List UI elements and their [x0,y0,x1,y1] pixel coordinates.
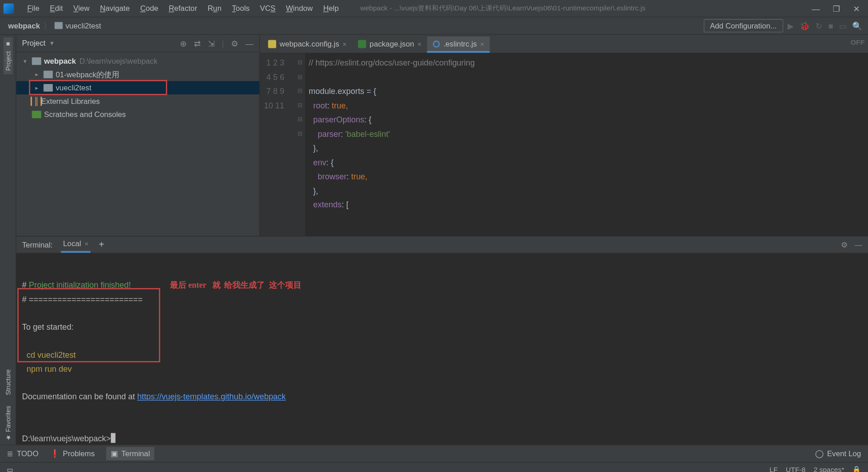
eslint-icon [433,40,440,47]
terminal-tab-local[interactable]: Local× [61,237,90,253]
js-icon [268,40,276,48]
folder-icon [43,84,53,92]
terminal-output[interactable]: # Project initialization finished! 最后 en… [16,253,868,472]
json-icon [358,40,366,48]
sidebar-tab-project[interactable]: Project ■ [3,37,13,75]
title-bar: File Edit View Navigate Code Refactor Ru… [0,0,868,18]
search-icon[interactable]: 🔍 [852,21,862,31]
line-gutter: 1 2 3 4 5 6 7 8 9 10 11 [260,53,295,236]
menu-view[interactable]: View [68,4,95,13]
tab-webpack-config[interactable]: webpack.config.js× [262,37,352,53]
library-icon: ┃║┃ [29,97,38,105]
terminal-panel: Terminal: Local× + ⚙ — # Project initial… [16,236,868,444]
tree-scratches[interactable]: Scratches and Consoles [16,108,259,122]
minimize-icon[interactable]: — [812,4,820,13]
add-configuration-button[interactable]: Add Configuration... [703,19,783,33]
menu-tools[interactable]: Tools [226,4,255,13]
select-opened-icon[interactable]: ⇄ [194,38,201,48]
target-icon[interactable]: ⊕ [180,38,187,48]
menu-help[interactable]: Help [318,4,344,13]
folder-icon [43,71,53,79]
divider: | [222,38,224,48]
fold-gutter[interactable]: ⊟ ⊟ ⊟ ⊟ ⊟ ⊟ [295,53,305,236]
crumb-folder[interactable]: vuecli2test [52,21,103,30]
menu-edit[interactable]: Edit [45,4,68,13]
close-icon[interactable]: × [85,241,88,248]
hide-icon[interactable]: — [245,38,254,48]
editor: OFF webpack.config.js× package.json× .es… [260,35,868,236]
menu-vcs[interactable]: VCS [255,4,281,13]
editor-tabs: webpack.config.js× package.json× .eslint… [260,35,868,53]
close-icon[interactable]: ✕ [853,4,860,13]
code-view[interactable]: 1 2 3 4 5 6 7 8 9 10 11 ⊟ ⊟ ⊟ ⊟ ⊟ ⊟ // h… [260,53,868,236]
menu-refactor[interactable]: Refactor [164,4,203,13]
crumb-sep: 〉 [42,21,52,31]
menu-run[interactable]: Run [203,4,227,13]
maximize-icon[interactable]: ❐ [833,4,840,13]
close-icon[interactable]: × [481,40,484,47]
project-panel: Project ▼ ⊕ ⇄ ⇲ | ⚙ — ▾ webpackD:\learn\… [16,35,260,236]
tree-external-libs[interactable]: ┃║┃ External Libraries [16,94,259,108]
collapse-icon[interactable]: ⇲ [208,38,215,48]
sidebar-tab-favorites[interactable]: ★ Favorites [3,402,13,444]
inspections-off-badge[interactable]: OFF [850,38,864,47]
crumb-root[interactable]: webpack [6,21,42,30]
annotation-box [18,288,160,362]
docs-link[interactable]: https://vuejs-templates.github.io/webpac… [137,392,286,402]
close-icon[interactable]: × [418,40,421,47]
status-icon[interactable]: ▭ [7,465,13,472]
tree-folder-01webpack[interactable]: ▸ 01-webpack的使用 [16,68,259,81]
project-tree: ▾ webpackD:\learn\vuejs\webpack ▸ 01-web… [16,52,259,124]
source-code[interactable]: // https://eslint.org/docs/user-guide/co… [305,53,868,236]
tab-package-json[interactable]: package.json× [352,37,427,53]
terminal-label: Terminal: [22,240,53,249]
menu-navigate[interactable]: Navigate [95,4,135,13]
terminal-cursor [111,433,115,443]
menu-code[interactable]: Code [135,4,164,13]
breadcrumb-bar: webpack 〉 vuecli2test Add Configuration.… [0,18,868,35]
menu-window[interactable]: Window [281,4,318,13]
menu-file[interactable]: File [22,4,45,13]
debug-icon[interactable]: 🐞 [800,21,810,31]
run-icon[interactable]: ▶ [788,21,794,31]
layout-icon[interactable]: ▭ [839,21,847,31]
scratches-icon [32,111,42,118]
stop-icon[interactable]: ■ [828,21,833,31]
annotation-text: 最后 enter 就 给我生成了 这个项目 [170,280,302,289]
tab-eslintrc[interactable]: .eslintrc.js× [427,37,490,53]
window-title: webpack - ...\vuejs资料和代码\Day 06\上课代码\Lea… [344,4,812,14]
new-terminal-button[interactable]: + [99,239,104,250]
app-icon [4,3,14,14]
coverage-icon[interactable]: ↻ [816,21,822,31]
tree-folder-vuecli2test[interactable]: ▸ vuecli2test [16,81,259,95]
folder-icon [32,57,42,65]
gear-icon[interactable]: ⚙ [841,240,848,249]
close-icon[interactable]: × [343,40,346,47]
tree-root[interactable]: ▾ webpackD:\learn\vuejs\webpack [16,55,259,68]
sidebar-tab-structure[interactable]: Structure [3,366,13,399]
hide-icon[interactable]: — [854,240,862,249]
chevron-down-icon[interactable]: ▼ [49,40,55,47]
left-tool-strip: Project ■ Structure ★ Favorites [0,35,16,444]
gear-icon[interactable]: ⚙ [231,38,239,48]
project-panel-title[interactable]: Project [22,39,46,47]
